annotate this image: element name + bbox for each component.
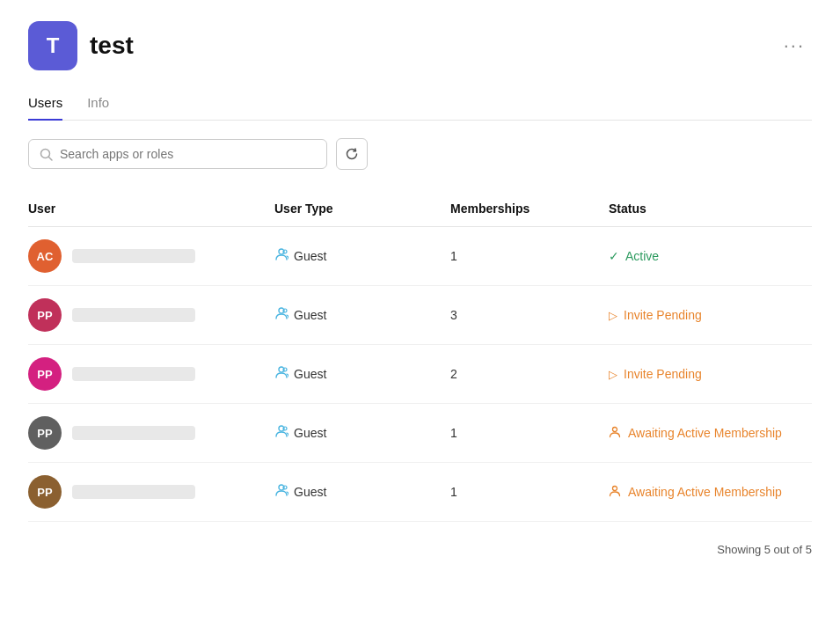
status-label: Awaiting Active Membership	[628, 485, 782, 499]
guest-icon	[274, 483, 289, 501]
user-cell: AC	[28, 239, 274, 273]
name-placeholder	[72, 308, 195, 322]
user-cell: PP	[28, 357, 274, 391]
refresh-icon	[345, 147, 359, 161]
table-row: PP Guest 1 Awaiting Active Membership	[28, 404, 812, 463]
status-icon	[609, 425, 622, 441]
user-type-label: Guest	[294, 485, 326, 499]
user-type-cell: Guest	[274, 365, 450, 383]
avatar: PP	[28, 298, 62, 332]
guest-icon	[274, 365, 289, 383]
user-type-label: Guest	[294, 249, 326, 263]
tab-users[interactable]: Users	[28, 88, 62, 121]
status-cell: Awaiting Active Membership	[609, 425, 812, 441]
app-icon: T	[28, 21, 77, 70]
search-icon	[40, 148, 53, 161]
table-row: AC Guest 1 ✓ Active	[28, 227, 812, 286]
memberships-cell: 3	[450, 308, 609, 322]
guest-icon	[274, 424, 289, 442]
status-icon	[609, 484, 622, 500]
users-table: User User Type Memberships Status AC Gue…	[28, 194, 812, 522]
col-header-user-type: User Type	[274, 202, 450, 216]
table-row: PP Guest 2 ▷ Invite Pending	[28, 345, 812, 404]
user-type-label: Guest	[294, 426, 326, 440]
svg-point-13	[613, 487, 617, 491]
user-type-cell: Guest	[274, 247, 450, 265]
user-type-cell: Guest	[274, 483, 450, 501]
name-placeholder	[72, 426, 195, 440]
status-cell: ▷ Invite Pending	[609, 308, 812, 322]
user-type-label: Guest	[294, 367, 326, 381]
memberships-cell: 1	[450, 426, 609, 440]
avatar: PP	[28, 416, 62, 450]
user-type-cell: Guest	[274, 424, 450, 442]
status-cell: ✓ Active	[609, 249, 812, 263]
tab-info[interactable]: Info	[87, 88, 109, 121]
avatar: PP	[28, 475, 62, 509]
svg-point-10	[613, 428, 617, 432]
search-input[interactable]	[60, 147, 316, 161]
refresh-button[interactable]	[336, 138, 368, 170]
status-icon: ✓	[609, 249, 619, 263]
page-title: test	[90, 32, 134, 60]
page-header: T test ···	[28, 21, 812, 70]
status-label: Invite Pending	[624, 367, 702, 381]
search-row	[28, 138, 812, 170]
user-type-cell: Guest	[274, 306, 450, 324]
status-label: Active	[625, 249, 659, 263]
avatar: PP	[28, 357, 62, 391]
guest-icon	[274, 306, 289, 324]
showing-count: Showing 5 out of 5	[717, 543, 812, 556]
svg-line-1	[49, 157, 53, 160]
table-header: User User Type Memberships Status	[28, 194, 812, 227]
tab-bar: Users Info	[28, 88, 812, 121]
memberships-cell: 2	[450, 367, 609, 381]
name-placeholder	[72, 485, 195, 499]
search-box	[28, 139, 327, 169]
avatar: AC	[28, 239, 62, 273]
status-cell: Awaiting Active Membership	[609, 484, 812, 500]
header-left: T test	[28, 21, 134, 70]
guest-icon	[274, 247, 289, 265]
table-row: PP Guest 3 ▷ Invite Pending	[28, 286, 812, 345]
status-label: Invite Pending	[624, 308, 702, 322]
memberships-cell: 1	[450, 249, 609, 263]
col-header-status: Status	[609, 202, 812, 216]
status-icon: ▷	[609, 309, 617, 322]
name-placeholder	[72, 249, 195, 263]
user-cell: PP	[28, 475, 274, 509]
user-cell: PP	[28, 298, 274, 332]
user-type-label: Guest	[294, 308, 326, 322]
table-row: PP Guest 1 Awaiting Active Membership	[28, 463, 812, 522]
col-header-memberships: Memberships	[450, 202, 609, 216]
status-label: Awaiting Active Membership	[628, 426, 782, 440]
memberships-cell: 1	[450, 485, 609, 499]
more-options-button[interactable]: ···	[777, 31, 812, 61]
col-header-user: User	[28, 202, 274, 216]
user-cell: PP	[28, 416, 274, 450]
status-icon: ▷	[609, 368, 617, 381]
status-cell: ▷ Invite Pending	[609, 367, 812, 381]
name-placeholder	[72, 367, 195, 381]
footer: Showing 5 out of 5	[28, 543, 812, 556]
